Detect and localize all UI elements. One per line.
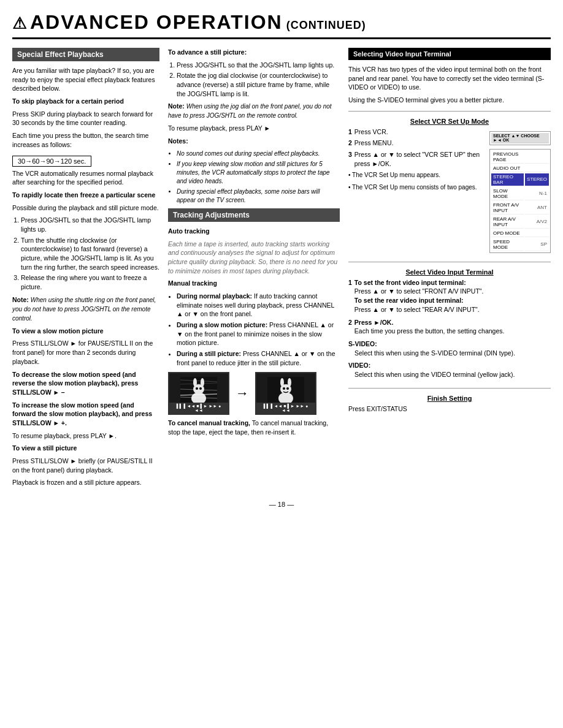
- skip-text3: The VCR automatically resumes normal pla…: [12, 169, 159, 187]
- warning-icon: ⚠: [12, 14, 28, 32]
- video-terminal-section: Select Video Input Terminal 1 To set the…: [348, 268, 551, 379]
- time-counter: 30→60→90→120 sec.: [12, 156, 91, 167]
- cancel-label: To cancel manual tracking,: [168, 419, 250, 427]
- skip-heading: To skip playback for a certain period: [12, 97, 159, 106]
- freeze-step-2: Turn the shuttle ring clockwise (or coun…: [21, 236, 159, 272]
- page-header: ⚠ADVANCED OPERATION(CONTINUED): [12, 11, 551, 39]
- page: ⚠ADVANCED OPERATION(CONTINUED) Special E…: [0, 0, 563, 728]
- tracking-header: Tracking Adjustments: [168, 208, 340, 222]
- video-input-header: Selecting Video Input Terminal: [348, 48, 551, 60]
- still-text2: Playback is frozen and a still picture a…: [12, 478, 159, 487]
- svg-point-16: [288, 378, 291, 387]
- image-before: ▌▌ ▌◄◄ ■ ▌► ►► ● ◄◄: [168, 372, 229, 415]
- vcr-setup-steps-list: 1Press VCR. 2Press MENU. 3Press ▲ or ▼ t…: [348, 127, 484, 169]
- vcr-step-2: 2Press MENU.: [348, 138, 484, 148]
- cancel-text: To cancel manual tracking, To cancel man…: [168, 419, 340, 436]
- left-column: Special Effect Playbacks Are you familia…: [12, 48, 159, 491]
- resume-text-left: To resume playback, press PLAY ►.: [12, 431, 159, 441]
- manual-heading: Manual tracking: [168, 279, 340, 288]
- video-terminal-title: Select Video Input Terminal: [348, 268, 551, 276]
- advance-step-1: Press JOG/SHTL so that the JOG/SHTL lamp…: [177, 61, 340, 70]
- svg-point-9: [199, 387, 202, 390]
- page-title: ⚠ADVANCED OPERATION(CONTINUED): [12, 11, 366, 34]
- advance-note: Note: When using the jog dial on the fro…: [168, 102, 340, 120]
- advance-heading: To advance a still picture:: [168, 48, 340, 57]
- divider-3: [348, 388, 551, 389]
- video-text: VIDEO: Select this when using the VIDEO …: [348, 361, 551, 379]
- page-number: — 18 —: [12, 501, 551, 508]
- skip-text: Press SKIP during playback to search for…: [12, 110, 159, 127]
- freeze-step-1: Press JOG/SHTL so that the JOG/SHTL lamp…: [21, 216, 159, 233]
- freeze-text: Possible during the playback and still p…: [12, 203, 159, 213]
- vcr-step-3: 3Press ▲ or ▼ to select "VCR SET UP" the…: [348, 150, 484, 168]
- special-effects-header: Special Effect Playbacks: [12, 48, 159, 61]
- auto-heading: Auto tracking: [168, 227, 340, 236]
- vcr-setup-content: 1Press VCR. 2Press MENU. 3Press ▲ or ▼ t…: [348, 127, 551, 253]
- divider-2: [348, 262, 551, 262]
- image-after: ▌▌ ▌◄◄ ■ ▌► ►► ● ◄◄: [255, 372, 316, 415]
- note-3: During special effect playbacks, some no…: [177, 188, 340, 205]
- tracking-images: ▌▌ ▌◄◄ ■ ▌► ►► ● ◄◄ →: [168, 372, 340, 415]
- terminal-step-1: 1 To set the front video input terminal:…: [348, 278, 551, 314]
- freeze-step-3: Release the ring where you want to freez…: [21, 273, 159, 291]
- middle-column: To advance a still picture: Press JOG/SH…: [168, 48, 340, 441]
- skip-text2: Each time you press the button, the sear…: [12, 131, 159, 149]
- advance-note-label: Note:: [168, 102, 185, 110]
- manual-still-item: During a still picture: Press CHANNEL ▲ …: [177, 349, 340, 367]
- finish-setting-section: Finish Setting Press EXIT/STATUS: [348, 395, 551, 414]
- vcr-setup-table: SELECT ▲▼ CHOOSE ►◄ OK: [489, 131, 551, 145]
- finish-setting-title: Finish Setting: [348, 395, 551, 402]
- vcr-controls-right: ▌▌ ▌◄◄ ■ ▌► ►► ● ◄◄: [256, 403, 315, 414]
- video-terminal-steps: 1 To set the front video input terminal:…: [348, 278, 551, 336]
- svg-point-6: [193, 378, 197, 387]
- svg-point-17: [283, 387, 285, 390]
- advance-steps-list: Press JOG/SHTL so that the JOG/SHTL lamp…: [177, 61, 340, 99]
- svg-point-8: [196, 387, 198, 390]
- main-content: Special Effect Playbacks Are you familia…: [12, 48, 551, 491]
- intro-text: Are you familiar with tape playback? If …: [12, 66, 159, 93]
- divider-1: [348, 111, 551, 112]
- notes-label: Notes:: [168, 137, 340, 146]
- note-1: No sound comes out during special effect…: [177, 150, 340, 158]
- freeze-steps-list: Press JOG/SHTL so that the JOG/SHTL lamp…: [21, 216, 159, 292]
- vcr-note2: • The VCR Set Up menu consists of two pa…: [348, 183, 484, 192]
- slow-heading: To view a slow motion picture: [12, 327, 159, 336]
- vcr-setup-section: Select VCR Set Up Mode 1Press VCR. 2Pres…: [348, 118, 551, 253]
- decrease-heading: To decrease the slow motion speed (and r…: [12, 370, 159, 397]
- advance-step-2: Rotate the jog dial clockwise (or counte…: [177, 71, 340, 98]
- vcr-menu-table: PREVIOUS PAGE AUDIO OUT STEREO BARSTEREO…: [489, 149, 551, 253]
- svg-point-18: [286, 387, 289, 390]
- freeze-heading: To rapidly locate then freeze a particul…: [12, 191, 159, 200]
- manual-normal-item: During normal playback: If auto tracking…: [177, 292, 340, 319]
- freeze-note: Note: When using the shuttle ring on the…: [12, 295, 159, 323]
- slow-text: Press STILL/SLOW ► for PAUSE/STILL II on…: [12, 339, 159, 366]
- vcr-setup-steps-col: 1Press VCR. 2Press MENU. 3Press ▲ or ▼ t…: [348, 127, 484, 253]
- still-text: Press STILL/SLOW ► briefly (or PAUSE/STI…: [12, 457, 159, 474]
- vcr-menu-col: SELECT ▲▼ CHOOSE ►◄ OK PREVIOUS PAGE AUD…: [489, 127, 551, 253]
- resume-text-middle: To resume playback, press PLAY ►: [168, 124, 340, 133]
- manual-slow-item: During a slow motion picture: Press CHAN…: [177, 320, 340, 347]
- svideo-text: S-VIDEO: Select this when using the S-VI…: [348, 339, 551, 357]
- notes-list: No sound comes out during special effect…: [177, 150, 340, 205]
- vcr-controls-left: ▌▌ ▌◄◄ ■ ▌► ►► ● ◄◄: [169, 403, 228, 414]
- video-input-text: This VCR has two types of the video inpu…: [348, 65, 551, 92]
- svg-point-15: [280, 378, 284, 387]
- terminal-step-2: 2 Press ►/OK. Each time you press the bu…: [348, 318, 551, 336]
- arrow-icon: →: [236, 385, 249, 401]
- auto-text: Each time a tape is inserted, auto track…: [168, 240, 340, 276]
- right-column: Selecting Video Input Terminal This VCR …: [348, 48, 551, 417]
- finish-text: Press EXIT/STATUS: [348, 404, 551, 414]
- increase-heading: To increase the slow motion speed (and f…: [12, 401, 159, 428]
- svg-point-7: [201, 378, 204, 387]
- vcr-step-1: 1Press VCR.: [348, 127, 484, 137]
- note-2: If you keep viewing slow motion and stil…: [177, 160, 340, 186]
- still-heading: To view a still picture: [12, 444, 159, 453]
- freeze-note-label: Note:: [12, 296, 29, 303]
- manual-tracking-list: During normal playback: If auto tracking…: [177, 292, 340, 368]
- video-input-text2: Using the S-VIDEO terminal gives you a b…: [348, 96, 551, 105]
- vcr-note1: • The VCR Set Up menu appears.: [348, 171, 484, 180]
- vcr-setup-title: Select VCR Set Up Mode: [348, 118, 551, 125]
